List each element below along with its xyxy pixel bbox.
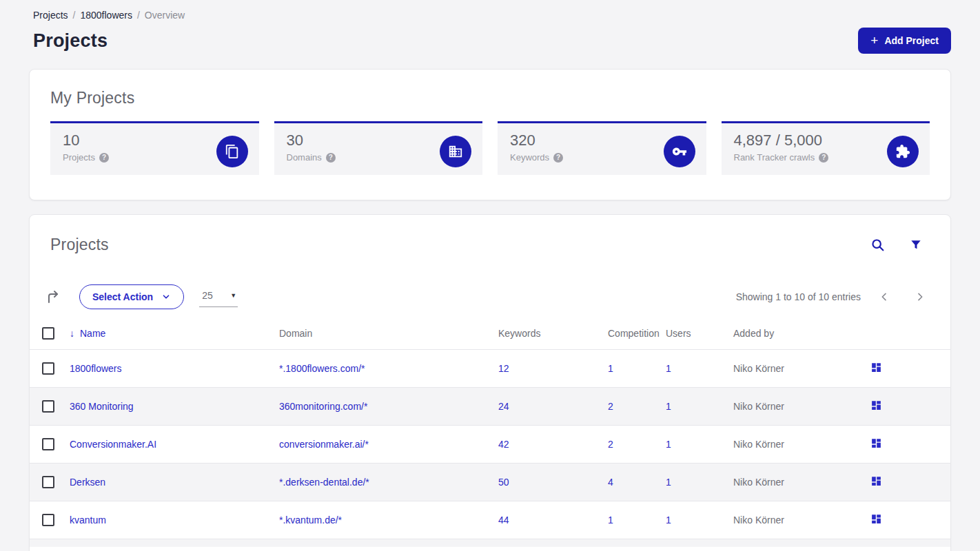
project-name-link[interactable]: 1800flowers (70, 363, 279, 374)
page-header: Projects + Add Project (29, 28, 951, 54)
project-domain-link[interactable]: 360monitoring.com/* (279, 401, 498, 412)
project-keywords-value[interactable]: 44 (498, 514, 608, 526)
table-controls: Select Action 25 ▼ Showing 1 to 10 of 10… (30, 284, 950, 309)
key-icon (664, 136, 695, 167)
my-projects-title: My Projects (50, 89, 930, 107)
stat-projects: 10 Projects (50, 121, 259, 175)
table-body: 1800flowers *.1800flowers.com/* 12 1 1 N… (30, 349, 950, 539)
previous-page-icon[interactable] (879, 291, 890, 302)
project-users-value[interactable]: 1 (666, 514, 733, 526)
plus-icon: + (870, 34, 878, 47)
select-action-dropdown[interactable]: Select Action (79, 284, 184, 309)
dropdown-triangle-icon: ▼ (230, 292, 236, 299)
column-header-domain[interactable]: Domain (279, 328, 498, 339)
dashboard-icon[interactable] (870, 399, 882, 411)
dashboard-icon[interactable] (870, 475, 882, 487)
sort-descending-icon: ↓ (70, 328, 74, 339)
project-users-value[interactable]: 1 (666, 363, 733, 374)
stat-projects-value: 10 (63, 132, 109, 149)
row-checkbox[interactable] (42, 438, 54, 450)
help-icon[interactable] (326, 153, 336, 163)
stat-crawls-label: Rank Tracker crawls (734, 152, 815, 163)
project-users-value[interactable]: 1 (666, 401, 733, 412)
help-icon[interactable] (99, 153, 109, 163)
stat-projects-label: Projects (63, 152, 95, 163)
project-added-by: Niko Körner (733, 439, 870, 450)
breadcrumb-separator: / (137, 10, 140, 21)
partial-next-row (30, 539, 950, 547)
table-row: 360 Monitoring 360monitoring.com/* 24 2 … (30, 387, 950, 425)
project-keywords-value[interactable]: 12 (498, 363, 608, 374)
showing-entries-text: Showing 1 to 10 of 10 entries (736, 291, 861, 302)
project-keywords-value[interactable]: 24 (498, 401, 608, 412)
row-checkbox[interactable] (42, 476, 54, 488)
breadcrumb-1800flowers[interactable]: 1800flowers (80, 10, 132, 21)
add-project-button[interactable]: + Add Project (858, 28, 951, 54)
project-keywords-value[interactable]: 42 (498, 439, 608, 450)
table-row: Conversionmaker.AI conversionmaker.ai/* … (30, 425, 950, 463)
column-header-users[interactable]: Users (666, 328, 733, 339)
stat-keywords-value: 320 (510, 132, 563, 149)
project-competition-value[interactable]: 1 (608, 514, 666, 526)
table-row: 1800flowers *.1800flowers.com/* 12 1 1 N… (30, 349, 950, 387)
table-row: kvantum *.kvantum.de/* 44 1 1 Niko Körne… (30, 501, 950, 539)
page-size-select[interactable]: 25 ▼ (199, 287, 238, 307)
project-name-link[interactable]: Conversionmaker.AI (70, 439, 279, 450)
page-size-value: 25 (202, 290, 213, 301)
breadcrumb-projects[interactable]: Projects (33, 10, 68, 21)
project-domain-link[interactable]: *.kvantum.de/* (279, 514, 498, 526)
project-domain-link[interactable]: conversionmaker.ai/* (279, 439, 498, 450)
projects-panel: Projects Select Action 25 ▼ (29, 214, 951, 551)
dashboard-icon[interactable] (870, 513, 882, 525)
stat-crawls-value: 4,897 / 5,000 (734, 132, 829, 149)
help-icon[interactable] (553, 153, 563, 163)
export-icon[interactable] (45, 289, 61, 305)
stats-row: 10 Projects 30 Domains 320 (50, 121, 930, 175)
table-header-row: ↓ Name Domain Keywords Competition Users… (30, 318, 950, 349)
stat-keywords-label: Keywords (510, 152, 549, 163)
project-name-link[interactable]: 360 Monitoring (70, 401, 279, 412)
project-keywords-value[interactable]: 50 (498, 477, 608, 488)
stat-keywords: 320 Keywords (498, 121, 706, 175)
row-checkbox[interactable] (42, 514, 54, 526)
page: Projects / 1800flowers / Overview Projec… (0, 0, 980, 551)
table-row: Derksen *.derksen-dental.de/* 50 4 1 Nik… (30, 463, 950, 501)
column-header-competition[interactable]: Competition (608, 328, 666, 339)
next-page-icon[interactable] (915, 291, 926, 302)
select-all-checkbox[interactable] (42, 327, 54, 340)
projects-table: ↓ Name Domain Keywords Competition Users… (30, 318, 950, 547)
project-competition-value[interactable]: 2 (608, 401, 666, 412)
projects-copy-icon (216, 136, 248, 167)
project-added-by: Niko Körner (733, 363, 870, 374)
project-name-link[interactable]: Derksen (70, 477, 279, 488)
column-header-keywords[interactable]: Keywords (498, 328, 608, 339)
project-domain-link[interactable]: *.derksen-dental.de/* (279, 477, 498, 488)
breadcrumb-overview: Overview (145, 10, 185, 21)
breadcrumb-separator: / (73, 10, 76, 21)
breadcrumb: Projects / 1800flowers / Overview (33, 10, 951, 21)
stat-domains-value: 30 (287, 132, 336, 149)
stat-rank-tracker-crawls: 4,897 / 5,000 Rank Tracker crawls (722, 121, 930, 175)
column-header-added-by[interactable]: Added by (733, 328, 870, 339)
row-checkbox[interactable] (42, 400, 54, 413)
project-competition-value[interactable]: 1 (608, 363, 666, 374)
dashboard-icon[interactable] (870, 437, 882, 449)
project-users-value[interactable]: 1 (666, 439, 733, 450)
page-title: Projects (33, 30, 108, 52)
row-checkbox[interactable] (42, 362, 54, 375)
column-header-name[interactable]: ↓ Name (70, 328, 279, 339)
project-competition-value[interactable]: 4 (608, 477, 666, 488)
add-project-label: Add Project (884, 35, 939, 46)
project-domain-link[interactable]: *.1800flowers.com/* (279, 363, 498, 374)
stat-domains-label: Domains (287, 152, 322, 163)
projects-panel-title: Projects (50, 236, 109, 254)
project-name-link[interactable]: kvantum (70, 514, 279, 526)
project-users-value[interactable]: 1 (666, 477, 733, 488)
project-added-by: Niko Körner (733, 514, 870, 526)
filter-icon[interactable] (909, 238, 923, 252)
domain-building-icon (440, 136, 471, 167)
help-icon[interactable] (819, 153, 828, 163)
project-competition-value[interactable]: 2 (608, 439, 666, 450)
dashboard-icon[interactable] (870, 362, 882, 373)
search-icon[interactable] (870, 238, 886, 253)
